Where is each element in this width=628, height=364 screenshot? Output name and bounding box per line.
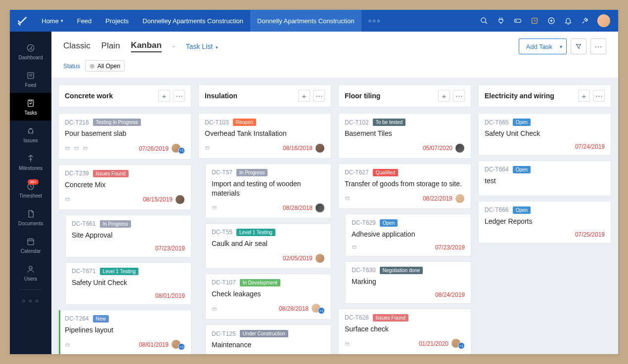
column-add-button[interactable]: + [298, 90, 310, 102]
status-badge: Negotiation done [380, 267, 423, 274]
column-add-button[interactable]: + [578, 90, 590, 102]
sidebar-documents[interactable]: Documents [10, 203, 51, 231]
assignee-avatar [455, 143, 465, 153]
card-meta-icons [65, 342, 70, 348]
svg-point-0 [481, 18, 486, 22]
sidebar-milestones[interactable]: Milestones [10, 148, 51, 176]
task-card[interactable]: DC-T107 In Development Check leakages 08… [205, 274, 331, 320]
task-card[interactable]: DC-T239 Issues Found Concrete Mix 08/15/… [58, 164, 191, 210]
column-title: Electricity and wiring [485, 92, 554, 100]
card-id: DC-T125 [212, 330, 236, 337]
task-card[interactable]: DC-T630 Negotiation done Marking 08/24/2… [345, 261, 471, 304]
column-more-button[interactable]: ⋯ [453, 90, 465, 102]
column-more-button[interactable]: ⋯ [593, 90, 605, 102]
user-avatar[interactable] [597, 14, 610, 27]
card-title: Marking [352, 277, 465, 286]
task-card[interactable]: DC-T125 Under Construction Maintenance [205, 324, 331, 354]
sidebar-timesheet[interactable]: 99+Timesheet [10, 176, 51, 203]
svg-rect-12 [75, 147, 78, 150]
add-task-dropdown[interactable]: ▾ [556, 39, 567, 54]
search-icon[interactable] [480, 16, 489, 25]
card-avatars: +1 [313, 303, 325, 314]
tasks-icon [26, 98, 36, 108]
filter-status-label[interactable]: Status [63, 63, 80, 70]
task-card[interactable]: DC-T103 Reopen Overhead Tank Installatio… [198, 113, 331, 159]
view-kanban[interactable]: Kanban [131, 40, 162, 52]
add-task-button[interactable]: Add Task [519, 39, 560, 54]
sidebar-more[interactable]: ○ ○ ○ [10, 293, 51, 309]
task-card[interactable]: DC-T629 Open Adhesive application 07/23/… [345, 214, 471, 256]
sidebar-issues[interactable]: Issues [10, 121, 51, 148]
column-title: Floor tiling [345, 92, 380, 100]
svg-point-10 [29, 266, 32, 269]
task-card[interactable]: DC-T665 Open Safety Unit Check 07/24/201… [478, 113, 611, 156]
card-date: 08/24/2019 [435, 291, 465, 298]
card-avatars [177, 195, 185, 204]
chip-clear-icon[interactable]: ⊗ [90, 62, 95, 70]
body: Dashboard Feed Tasks Issues Milestones 9… [10, 32, 618, 354]
app-window: Home Feed Projects Donnelley Apartments … [10, 10, 618, 354]
sidebar-users[interactable]: Users [10, 259, 51, 286]
card-title: Transfer of goods from storage to site. [345, 179, 465, 189]
card-date: 07/25/2019 [575, 231, 605, 238]
task-card[interactable]: DC-T264 New Pipelines layout 08/01/2019 … [58, 310, 191, 354]
status-badge: Open [513, 166, 531, 173]
task-card[interactable]: DC-T628 Issues Found Surface check 01/21… [338, 309, 471, 354]
task-card[interactable]: DC-T627 Qualified Transfer of goods from… [338, 163, 471, 209]
kanban-column: Electricity and wiring + ⋯ DC-T665 Open … [478, 84, 611, 354]
svg-rect-9 [28, 239, 34, 244]
tasklist-dropdown[interactable]: Task List [186, 42, 218, 50]
task-card[interactable]: DC-T102 To be tested Basement Tiles 05/0… [338, 113, 471, 159]
task-card[interactable]: DC-T216 Testing in Progress Pour basemen… [58, 113, 191, 160]
column-add-button[interactable]: + [158, 90, 170, 102]
view-plain[interactable]: Plain [101, 41, 120, 52]
bell-icon[interactable] [564, 16, 573, 25]
app-logo[interactable] [10, 15, 35, 26]
avatar-more-badge: +1 [178, 147, 185, 154]
card-meta-icons [345, 196, 350, 201]
nav-more[interactable]: ○○○ [361, 18, 388, 24]
status-badge: New [93, 315, 109, 323]
task-card[interactable]: DC-T661 In Progress Site Approval 07/23/… [65, 215, 191, 257]
nav-home[interactable]: Home [35, 10, 70, 32]
sidebar-tasks[interactable]: Tasks [10, 93, 51, 121]
gamepad-icon[interactable] [513, 16, 522, 25]
more-button[interactable]: ⋯ [590, 39, 606, 54]
card-id: DC-T107 [212, 279, 236, 286]
task-card[interactable]: DC-T55 Level 1 Testing Caulk and Air sea… [205, 223, 331, 269]
assignee-avatar [315, 143, 325, 153]
dashboard-icon [26, 43, 36, 53]
view-classic[interactable]: Classic [63, 41, 90, 52]
plug-icon[interactable] [496, 16, 505, 25]
breadcrumb-2[interactable]: Donnelly Apartments Construction [250, 10, 361, 32]
nav-feed[interactable]: Feed [70, 10, 99, 32]
timer-icon[interactable] [530, 16, 539, 25]
card-avatars [456, 194, 465, 203]
plus-circle-icon[interactable] [547, 16, 556, 25]
svg-rect-11 [66, 147, 69, 150]
task-card[interactable]: DC-T666 Open Ledger Reports 07/25/2019 [478, 201, 611, 243]
nav-projects[interactable]: Projects [98, 10, 135, 32]
card-title: Pour basement slab [65, 129, 185, 138]
column-add-button[interactable]: + [438, 90, 450, 102]
views-row: Classic Plain Kanban - Task List Add Tas… [51, 32, 618, 58]
tools-icon[interactable] [581, 16, 589, 25]
filter-chip-allopen[interactable]: ⊗All Open [85, 60, 125, 72]
views-right: Add Task ▾ ⋯ [519, 39, 606, 54]
avatar-more-badge: +1 [458, 342, 465, 349]
task-card[interactable]: DC-T57 In Progress Import and testing of… [205, 163, 331, 218]
card-id: DC-T103 [205, 119, 229, 126]
task-card[interactable]: DC-T664 Open test [478, 161, 611, 196]
breadcrumb-1[interactable]: Donnelley Apartments Construction [135, 10, 250, 32]
kanban-column: Floor tiling + ⋯ DC-T102 To be tested Ba… [338, 84, 471, 354]
card-id: DC-T55 [212, 229, 232, 236]
status-badge: Under Construction [240, 330, 288, 337]
task-card[interactable]: DC-T671 Level 1 Testing Safety Unit Chec… [65, 262, 191, 305]
column-more-button[interactable]: ⋯ [313, 90, 325, 102]
column-more-button[interactable]: ⋯ [173, 90, 185, 102]
sidebar-calendar[interactable]: Calendar [10, 231, 51, 259]
sidebar-feed[interactable]: Feed [10, 65, 51, 93]
filter-button[interactable] [571, 39, 586, 54]
column-cards: DC-T102 To be tested Basement Tiles 05/0… [338, 107, 471, 354]
sidebar-dashboard[interactable]: Dashboard [10, 38, 51, 65]
